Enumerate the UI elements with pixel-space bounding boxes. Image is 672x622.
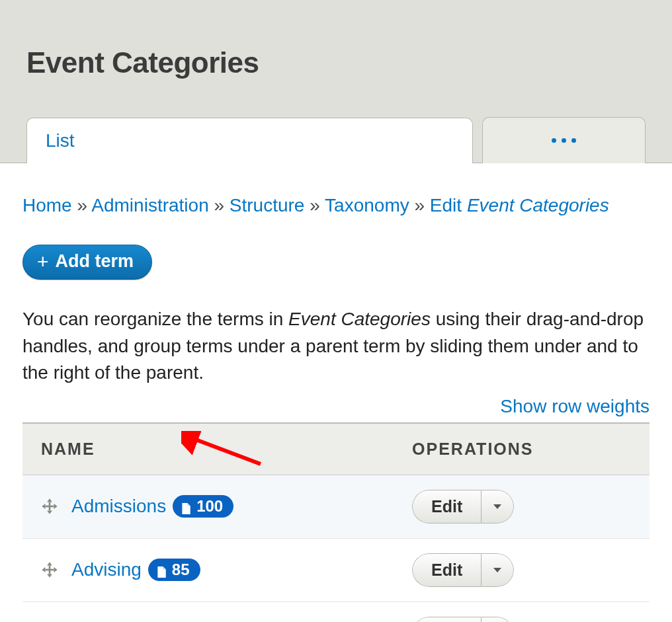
- file-icon: [156, 564, 167, 576]
- edit-button[interactable]: Edit: [412, 553, 481, 587]
- drag-handle-icon[interactable]: [41, 498, 58, 515]
- count-badge: 100: [173, 495, 233, 518]
- svg-rect-5: [46, 569, 54, 571]
- column-operations: OPERATIONS: [394, 423, 650, 475]
- chevron-down-icon: [493, 568, 501, 572]
- operations-dropdown-toggle[interactable]: [481, 490, 514, 524]
- table-row: Advising85Edit: [22, 538, 650, 602]
- breadcrumb-administration[interactable]: Administration: [91, 195, 208, 215]
- edit-button[interactable]: Edit: [412, 490, 481, 524]
- tab-overflow-menu[interactable]: [482, 117, 646, 163]
- operations-dropdown-toggle[interactable]: [481, 617, 514, 622]
- help-em: Event Categories: [288, 309, 431, 329]
- ellipsis-icon: [552, 138, 576, 143]
- breadcrumb-sep: »: [415, 195, 425, 215]
- tab-list-label[interactable]: List: [46, 130, 75, 151]
- breadcrumb-sep: »: [214, 195, 224, 215]
- term-link[interactable]: Advising: [71, 559, 142, 580]
- breadcrumb-current-prefix: Edit: [430, 195, 462, 215]
- operations-button-group: Edit: [412, 553, 514, 587]
- breadcrumb-sep: »: [77, 195, 87, 215]
- file-icon: [181, 500, 191, 512]
- tabs: List: [26, 116, 646, 163]
- show-row-weights-wrap: Show row weights: [22, 396, 650, 417]
- page-header: Event Categories List: [0, 0, 672, 163]
- chevron-down-icon: [493, 504, 501, 509]
- term-link[interactable]: Admissions: [71, 496, 166, 516]
- terms-table: NAME OPERATIONS Admissions100EditAdvisin…: [22, 422, 650, 622]
- column-name: NAME: [22, 423, 394, 475]
- tab-list[interactable]: List: [26, 118, 473, 163]
- show-row-weights-link[interactable]: Show row weights: [500, 396, 650, 416]
- edit-button[interactable]: Edit: [412, 617, 481, 622]
- operations-dropdown-toggle[interactable]: [481, 553, 514, 587]
- breadcrumb-home[interactable]: Home: [22, 195, 72, 215]
- operations-button-group: Edit: [412, 617, 514, 622]
- page-title: Event Categories: [26, 46, 646, 79]
- breadcrumb-current-em: Event Categories: [467, 195, 609, 215]
- cell-operations: Edit: [394, 475, 650, 538]
- breadcrumb-sep: »: [310, 195, 320, 215]
- table-row: Admissions100Edit: [22, 475, 650, 538]
- breadcrumb: Home » Administration » Structure » Taxo…: [22, 192, 650, 218]
- count-value: 85: [172, 561, 190, 579]
- svg-rect-3: [46, 506, 54, 508]
- breadcrumb-current[interactable]: Edit Event Categories: [430, 195, 609, 215]
- operations-button-group: Edit: [412, 490, 514, 524]
- breadcrumb-taxonomy[interactable]: Taxonomy: [325, 195, 409, 215]
- add-term-button[interactable]: + Add term: [22, 245, 152, 280]
- count-badge: 85: [148, 559, 200, 581]
- add-term-label: Add term: [56, 251, 134, 272]
- breadcrumb-structure[interactable]: Structure: [230, 195, 305, 215]
- count-value: 100: [196, 497, 223, 516]
- cell-name: Admissions100: [22, 475, 394, 538]
- cell-operations: Edit: [394, 602, 650, 622]
- drag-handle-icon[interactable]: [41, 561, 58, 578]
- cell-operations: Edit: [394, 538, 650, 602]
- table-row: Alumni31Edit: [22, 602, 650, 622]
- help-text: You can reorganize the terms in Event Ca…: [22, 306, 650, 387]
- cell-name: Advising85: [22, 538, 394, 602]
- plus-icon: +: [37, 255, 49, 268]
- cell-name: Alumni31: [22, 602, 394, 622]
- help-pre: You can reorganize the terms in: [22, 309, 288, 329]
